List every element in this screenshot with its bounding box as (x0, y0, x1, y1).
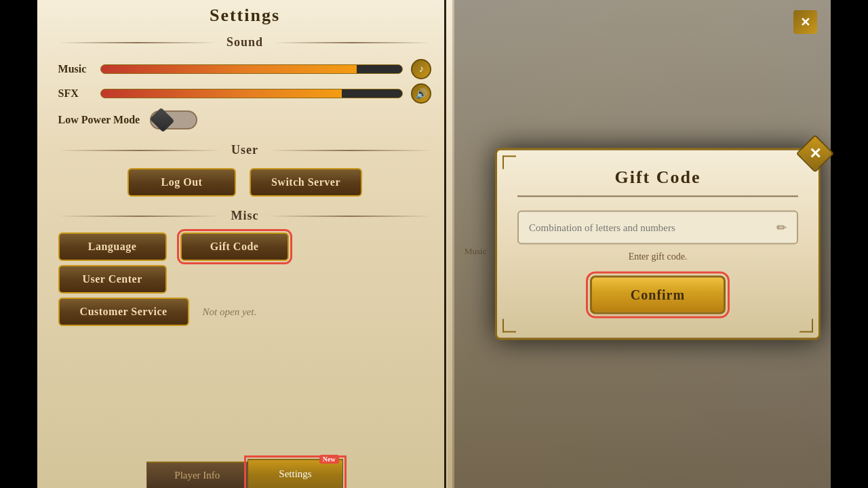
tab-settings[interactable]: New Settings (248, 459, 342, 488)
language-button[interactable]: Language (58, 232, 167, 261)
sfx-label: SFX (58, 87, 92, 100)
sfx-slider-row: SFX 🔊 (58, 83, 432, 104)
modal-corner-tl (502, 156, 516, 169)
confirm-button[interactable]: Confirm (590, 276, 726, 314)
logout-button[interactable]: Log Out (127, 168, 236, 197)
switch-server-button[interactable]: Switch Server (250, 168, 362, 197)
modal-hint: Enter gift code. (517, 251, 798, 262)
black-bar-right (831, 0, 868, 488)
bottom-tabs: Player Info New Settings (37, 459, 452, 488)
tab-player-info[interactable]: Player Info (146, 462, 248, 488)
music-slider-row: Music ♪ (58, 59, 432, 79)
misc-label: Misc (221, 209, 269, 223)
misc-controls: Language Gift Code User Center Customer … (58, 228, 432, 330)
toggle-knob (150, 108, 175, 133)
misc-row-2: User Center (58, 265, 432, 293)
black-bar-left (0, 0, 37, 488)
gift-code-button[interactable]: Gift Code (180, 232, 289, 261)
modal-title: Gift Code (517, 167, 798, 197)
misc-row-3: Customer Service Not open yet. (58, 298, 432, 326)
new-badge: New (319, 455, 339, 464)
misc-row-1: Language Gift Code (58, 232, 432, 261)
user-section-header: User (58, 143, 432, 157)
gift-code-modal: ✕ Gift Code ✏ Enter gift code. Confirm (495, 148, 821, 340)
customer-service-button[interactable]: Customer Service (58, 298, 189, 326)
section-line-right3 (269, 216, 431, 217)
modal-corner-br (800, 319, 813, 333)
section-line-right2 (269, 150, 431, 151)
settings-panel: Settings Sound Music ♪ SFX 🔊 Low Power M… (37, 0, 454, 488)
music-slider[interactable] (100, 64, 403, 74)
user-label: User (221, 143, 269, 157)
low-power-toggle[interactable] (150, 110, 197, 129)
music-icon: ♪ (411, 59, 431, 79)
gift-code-input-row[interactable]: ✏ (517, 211, 798, 245)
section-line-left2 (58, 150, 221, 151)
misc-section-header: Misc (58, 209, 432, 223)
right-panel-close[interactable]: ✕ (793, 10, 817, 34)
sound-label: Sound (216, 35, 273, 49)
user-buttons: Log Out Switch Server (58, 168, 432, 197)
modal-corner-bl (502, 319, 516, 333)
panel-divider (444, 0, 446, 488)
pen-icon: ✏ (776, 220, 787, 235)
user-center-button[interactable]: User Center (58, 265, 167, 293)
low-power-label: Low Power Mode (58, 114, 140, 126)
bg-music-label: Music (465, 246, 495, 257)
section-line-left (58, 42, 216, 43)
tab-settings-label: Settings (279, 468, 311, 479)
sound-controls: Music ♪ SFX 🔊 Low Power Mode (58, 55, 432, 136)
tab-player-info-label: Player Info (174, 470, 220, 481)
sfx-slider[interactable] (100, 89, 403, 98)
music-label: Music (58, 63, 92, 75)
sfx-icon: 🔊 (411, 83, 431, 104)
gift-code-input[interactable] (529, 222, 776, 233)
settings-title: Settings (210, 5, 280, 26)
section-line-left3 (58, 216, 221, 217)
not-open-text: Not open yet. (203, 306, 257, 318)
section-line-right (273, 42, 431, 43)
low-power-row: Low Power Mode (58, 110, 432, 129)
sound-section-header: Sound (58, 35, 432, 49)
